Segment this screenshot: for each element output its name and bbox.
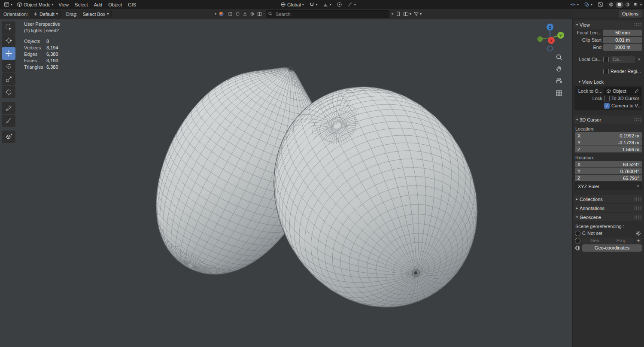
- cursor-rot-x-field[interactable]: X63.524°: [575, 161, 642, 167]
- menu-gis[interactable]: GIS: [125, 1, 139, 9]
- transform-orientation-dropdown[interactable]: Global ▾: [278, 1, 306, 9]
- panel-3d-cursor-header[interactable]: ▾ 3D Cursor: [574, 116, 643, 124]
- tool-select-box[interactable]: [2, 21, 15, 34]
- panel-view-lock-header[interactable]: ▾ View Lock: [579, 78, 643, 86]
- camera-to-view-checkbox[interactable]: ✓: [604, 103, 610, 109]
- bookmark-icon[interactable]: [395, 11, 401, 17]
- gizmo-neg-z[interactable]: [547, 46, 553, 51]
- add-crs-button[interactable]: +: [635, 237, 642, 244]
- navigation-gizmo[interactable]: Z Y X: [535, 21, 566, 54]
- crs-letter: C: [582, 231, 586, 236]
- cursor-loc-z-field[interactable]: Z1.566 m: [575, 146, 642, 152]
- euler-mode-dropdown[interactable]: XYZ Euler ▾: [575, 183, 642, 190]
- cursor-loc-x-field[interactable]: X0.1992 m: [575, 132, 642, 139]
- display-mode-dropdown[interactable]: ▾: [403, 11, 411, 17]
- search-input[interactable]: [266, 10, 389, 18]
- editor-type-icon: [4, 2, 9, 7]
- tool-settings-bar: Orientation: Default ▾ Drag: Select Box …: [0, 9, 572, 19]
- crs-radio[interactable]: [575, 231, 580, 236]
- axis-value: 1.566 m: [622, 147, 639, 152]
- tool-rotate[interactable]: [2, 60, 15, 73]
- material-preview-sphere-icon[interactable]: [219, 11, 224, 17]
- menu-view[interactable]: View: [55, 1, 72, 9]
- show-gizmo-toggle[interactable]: ▾: [568, 1, 581, 9]
- focal-length-field[interactable]: 50 mm: [603, 30, 642, 36]
- drag-mode-dropdown[interactable]: Select Box ▾: [80, 10, 112, 18]
- collapse-chevron-icon[interactable]: ▾: [215, 12, 216, 16]
- panel-grip-handle[interactable]: [634, 197, 641, 201]
- tool-add-cube[interactable]: [2, 131, 15, 143]
- geo-coordinates-button[interactable]: Geo-coordinates: [582, 244, 642, 252]
- tool-transform[interactable]: [2, 86, 15, 98]
- eyedropper-icon[interactable]: [634, 89, 639, 94]
- cursor-rot-y-field[interactable]: Y0.76004°: [575, 168, 642, 174]
- panel-view-header[interactable]: ▾ View: [574, 21, 643, 29]
- search-field[interactable]: [266, 10, 389, 18]
- lock-to-object-field[interactable]: Object: [604, 88, 641, 95]
- proportional-falloff-dropdown[interactable]: ▾: [345, 1, 358, 9]
- mode-dropdown[interactable]: Object Mode ▾: [15, 1, 55, 9]
- camera-view-button[interactable]: [555, 77, 563, 85]
- panel-grip-handle[interactable]: [634, 206, 641, 210]
- tool-scale[interactable]: [2, 73, 15, 85]
- xray-toggle[interactable]: [595, 1, 605, 9]
- crs-settings-button[interactable]: [634, 230, 642, 237]
- filter-dropdown[interactable]: ▾: [413, 11, 422, 17]
- shading-material-button[interactable]: [624, 2, 632, 8]
- ortho-toggle-button[interactable]: [555, 89, 563, 97]
- tool-annotate[interactable]: [2, 102, 15, 114]
- pan-button[interactable]: [555, 65, 563, 73]
- panel-annotations-header[interactable]: ▸ Annotations: [574, 204, 643, 212]
- options-button[interactable]: Options: [619, 10, 642, 18]
- snap-toggle[interactable]: ▾: [307, 1, 320, 9]
- stat-row: Objects8: [24, 38, 60, 45]
- clip-end-field[interactable]: 1000 m: [603, 44, 642, 51]
- tool-measure[interactable]: [2, 115, 15, 127]
- chevron-down-icon[interactable]: ▾: [392, 12, 393, 16]
- menu-select[interactable]: Select: [72, 1, 91, 9]
- clip-start-row: Clip Start 0.01 m: [575, 37, 642, 43]
- tool-option-ring-icon[interactable]: [250, 12, 255, 16]
- stat-label: Faces: [24, 58, 46, 64]
- panel-geoscene-header[interactable]: ▾ Geoscene: [574, 213, 643, 221]
- mesh-lemon-right[interactable]: [274, 87, 477, 307]
- transform-icon: [5, 88, 12, 96]
- render-region-checkbox[interactable]: [603, 69, 609, 74]
- tool-cursor[interactable]: [2, 34, 15, 47]
- panel-grip-handle[interactable]: [634, 118, 641, 122]
- geo-proj-radio[interactable]: [575, 238, 580, 244]
- tool-move[interactable]: [2, 47, 15, 60]
- tool-option-sphere-icon[interactable]: [235, 12, 240, 16]
- to-3d-cursor-checkbox[interactable]: [604, 96, 610, 101]
- snap-with-dropdown[interactable]: ▾: [321, 1, 334, 9]
- tool-option-grid-icon[interactable]: [257, 12, 262, 16]
- georeferencing-label: Scene georeferencing :: [575, 224, 641, 229]
- proj-button[interactable]: Proj: [608, 237, 633, 244]
- gizmo-neg-y[interactable]: [538, 37, 543, 42]
- panel-collections-header[interactable]: ▸ Collections: [574, 195, 643, 203]
- show-overlays-toggle[interactable]: ▾: [582, 1, 595, 9]
- proportional-editing-toggle[interactable]: [334, 1, 344, 9]
- clear-icon[interactable]: ×: [637, 57, 642, 62]
- geo-button[interactable]: Geo: [582, 237, 608, 244]
- panel-grip-handle[interactable]: [634, 23, 641, 27]
- local-camera-checkbox[interactable]: [603, 57, 609, 62]
- clip-start-field[interactable]: 0.01 m: [603, 37, 642, 43]
- chevron-down-icon: ▾: [107, 12, 109, 16]
- tool-option-cone-icon[interactable]: [243, 12, 247, 16]
- tool-option-square-icon[interactable]: [228, 12, 233, 16]
- orientation-default-dropdown[interactable]: Default ▾: [30, 10, 61, 18]
- cursor-rot-z-field[interactable]: Z65.791°: [575, 175, 642, 181]
- axis-label: Y: [577, 169, 580, 174]
- shading-solid-button[interactable]: [616, 2, 623, 8]
- shading-rendered-button[interactable]: [632, 2, 640, 8]
- menu-add[interactable]: Add: [91, 1, 106, 9]
- zoom-button[interactable]: [555, 53, 563, 61]
- menu-object[interactable]: Object: [105, 1, 125, 9]
- local-camera-field[interactable]: Ca...: [611, 56, 635, 63]
- shading-wireframe-button[interactable]: [608, 2, 615, 8]
- cursor-location-fields: X0.1992 m Y-0.1728 m Z1.566 m: [575, 132, 642, 152]
- cursor-loc-y-field[interactable]: Y-0.1728 m: [575, 139, 642, 146]
- editor-type-button[interactable]: ▾: [2, 1, 15, 9]
- panel-grip-handle[interactable]: [634, 215, 641, 219]
